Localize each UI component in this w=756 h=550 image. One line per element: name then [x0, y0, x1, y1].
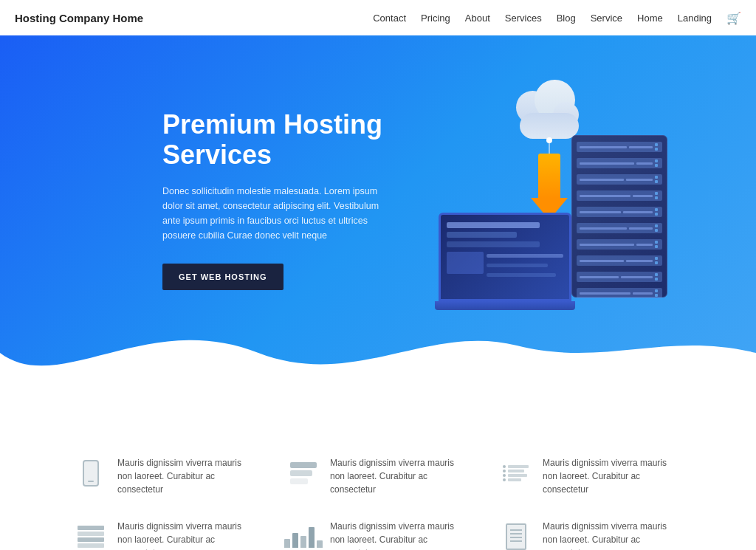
feature-item-6: Mauris dignissim viverra mauris non laor… [499, 520, 682, 550]
hero-illustration [431, 94, 667, 323]
cart-icon[interactable]: 🛒 [726, 11, 741, 25]
feature-desc-1: Mauris dignissim viverra mauris non laor… [117, 456, 257, 496]
feature-icon-stack-box [74, 520, 107, 550]
nav-contact[interactable]: Contact [373, 13, 406, 24]
nav-services[interactable]: Services [505, 13, 542, 24]
laptop-illustration [439, 213, 586, 323]
feature-icon-list-box [499, 456, 532, 489]
feature-icon-doc-box [499, 520, 532, 550]
feature-desc-5: Mauris dignissim viverra mauris non laor… [330, 520, 470, 550]
feature-text-5: Mauris dignissim viverra mauris non laor… [330, 520, 470, 550]
nav-home[interactable]: Home [637, 13, 663, 24]
nav-pricing[interactable]: Pricing [421, 13, 450, 24]
feature-icon-phone-box [74, 456, 107, 489]
feature-text-4: Mauris dignissim viverra mauris non laor… [117, 520, 257, 550]
features-grid: Mauris dignissim viverra mauris non laor… [74, 456, 682, 550]
download-arrow [531, 154, 568, 220]
hero-text: Premium Hosting Services Donec sollicitu… [162, 94, 399, 290]
features-section: Mauris dignissim viverra mauris non laor… [0, 397, 756, 550]
nav-service[interactable]: Service [591, 13, 622, 24]
hero-section: Premium Hosting Services Donec sollicitu… [0, 35, 756, 397]
feature-text-6: Mauris dignissim viverra mauris non laor… [543, 520, 682, 550]
phone-icon [83, 460, 99, 487]
feature-desc-3: Mauris dignissim viverra mauris non laor… [543, 456, 682, 496]
feature-text-2: Mauris dignissim viverra mauris non laor… [330, 456, 470, 498]
nav-about[interactable]: About [465, 13, 490, 24]
cta-button[interactable]: GET WEB HOSTING [162, 264, 284, 290]
nav-links: Contact Pricing About Services Blog Serv… [373, 11, 741, 25]
feature-item-1: Mauris dignissim viverra mauris non laor… [74, 456, 257, 498]
feature-icon-chart-box [286, 520, 320, 550]
site-logo[interactable]: Hosting Company Home [15, 12, 143, 24]
cloud-illustration [509, 94, 590, 139]
doc-icon [506, 523, 526, 550]
feature-item-3: Mauris dignissim viverra mauris non laor… [499, 456, 682, 498]
feature-text-3: Mauris dignissim viverra mauris non laor… [543, 456, 682, 498]
feature-item-2: Mauris dignissim viverra mauris non laor… [286, 456, 470, 498]
feature-desc-4: Mauris dignissim viverra mauris non laor… [117, 520, 257, 550]
feature-desc-6: Mauris dignissim viverra mauris non laor… [543, 520, 682, 550]
feature-text-1: Mauris dignissim viverra mauris non laor… [117, 456, 257, 498]
nav-blog[interactable]: Blog [557, 13, 576, 24]
stack-icon [78, 526, 104, 548]
feature-item-4: Mauris dignissim viverra mauris non laor… [74, 520, 257, 550]
feature-desc-2: Mauris dignissim viverra mauris non laor… [330, 456, 470, 496]
hero-content: Premium Hosting Services Donec sollicitu… [0, 80, 756, 397]
hero-title: Premium Hosting Services [162, 109, 399, 171]
feature-icon-layers-box [286, 456, 320, 489]
list-icon [503, 465, 529, 481]
bar-chart-icon [284, 526, 323, 548]
navigation: Hosting Company Home Contact Pricing Abo… [0, 0, 756, 35]
feature-item-5: Mauris dignissim viverra mauris non laor… [286, 520, 470, 550]
hero-description: Donec sollicitudin molestie malesuada. L… [162, 184, 399, 243]
nav-landing[interactable]: Landing [678, 13, 712, 24]
layers-icon [290, 462, 317, 484]
